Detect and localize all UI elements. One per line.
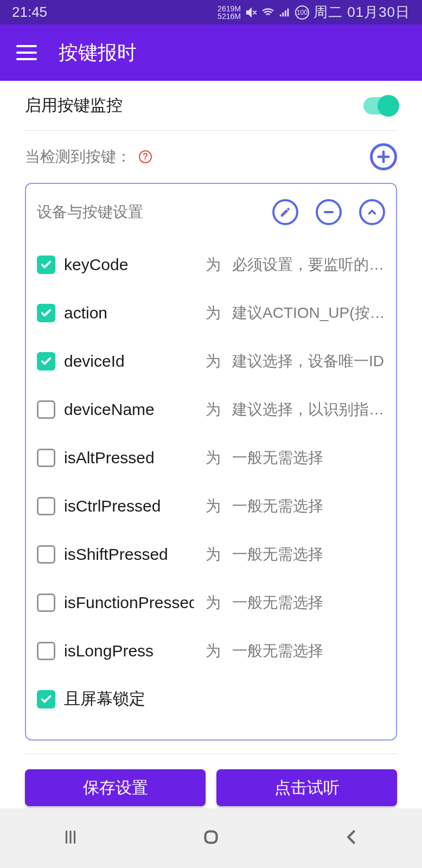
setting-name: deviceName bbox=[64, 400, 194, 419]
setting-desc: 一般无需选择 bbox=[232, 496, 385, 516]
svg-rect-2 bbox=[285, 10, 286, 16]
svg-rect-0 bbox=[280, 14, 282, 16]
svg-rect-1 bbox=[282, 12, 284, 16]
setting-row[interactable]: deviceName为建议选择，以识别指定... bbox=[37, 385, 385, 433]
checkbox[interactable] bbox=[37, 690, 55, 709]
battery-icon: 100 bbox=[295, 5, 309, 20]
recents-icon[interactable] bbox=[61, 827, 80, 849]
setting-name: deviceId bbox=[64, 352, 194, 371]
add-button[interactable] bbox=[370, 143, 397, 170]
status-time: 21:45 bbox=[12, 4, 47, 21]
setting-desc: 建议选择，设备唯一ID bbox=[232, 351, 385, 372]
setting-is: 为 bbox=[203, 544, 223, 565]
page-title: 按键报时 bbox=[59, 40, 137, 66]
setting-is: 为 bbox=[203, 351, 223, 372]
app-bar: 按键报时 bbox=[0, 24, 422, 81]
setting-is: 为 bbox=[203, 496, 223, 516]
setting-is: 为 bbox=[203, 592, 223, 613]
status-right: 2619M 5216M 100 周二 01月30日 bbox=[218, 3, 410, 22]
help-icon[interactable]: ? bbox=[139, 150, 152, 163]
remove-icon[interactable] bbox=[316, 199, 342, 225]
edit-icon[interactable] bbox=[272, 199, 298, 225]
card-title: 设备与按键设置 bbox=[37, 202, 143, 222]
setting-row[interactable]: isCtrlPressed为一般无需选择 bbox=[37, 482, 385, 530]
checkbox[interactable] bbox=[37, 352, 55, 371]
menu-icon[interactable] bbox=[16, 45, 37, 60]
setting-desc: 建议ACTION_UP(按键... bbox=[232, 303, 385, 323]
enable-row: 启用按键监控 bbox=[25, 81, 397, 131]
setting-row[interactable]: keyCode为必须设置，要监听的按键 bbox=[37, 240, 385, 289]
setting-name: isFunctionPressed bbox=[64, 593, 194, 612]
setting-row[interactable]: isLongPress为一般无需选择 bbox=[37, 627, 385, 675]
back-icon[interactable] bbox=[342, 827, 361, 849]
setting-is: 为 bbox=[203, 399, 223, 420]
setting-row[interactable]: 且屏幕锁定 bbox=[37, 675, 385, 723]
signal-icon bbox=[279, 7, 291, 18]
svg-rect-3 bbox=[287, 8, 289, 16]
setting-name: isShiftPressed bbox=[64, 545, 194, 564]
setting-desc: 一般无需选择 bbox=[232, 641, 385, 661]
enable-toggle[interactable] bbox=[363, 97, 397, 114]
setting-desc: 一般无需选择 bbox=[232, 544, 385, 565]
setting-row[interactable]: isFunctionPressed为一般无需选择 bbox=[37, 578, 385, 627]
setting-desc: 建议选择，以识别指定... bbox=[232, 399, 385, 420]
setting-name: keyCode bbox=[64, 256, 194, 274]
detect-row: 当检测到按键： ? bbox=[25, 131, 397, 183]
preview-button[interactable]: 点击试听 bbox=[216, 769, 397, 806]
home-icon[interactable] bbox=[201, 827, 221, 849]
collapse-icon[interactable] bbox=[359, 199, 385, 225]
enable-label: 启用按键监控 bbox=[25, 94, 123, 117]
setting-row[interactable]: isShiftPressed为一般无需选择 bbox=[37, 530, 385, 578]
checkbox[interactable] bbox=[37, 497, 55, 515]
checkbox[interactable] bbox=[37, 545, 55, 564]
checkbox[interactable] bbox=[37, 256, 55, 274]
setting-is: 为 bbox=[203, 448, 223, 468]
setting-row[interactable]: isAltPressed为一般无需选择 bbox=[37, 433, 385, 482]
wifi-icon bbox=[261, 6, 274, 19]
status-date: 周二 01月30日 bbox=[314, 3, 410, 22]
setting-name: isAltPressed bbox=[64, 449, 194, 467]
card-header: 设备与按键设置 bbox=[37, 195, 385, 240]
setting-name: isLongPress bbox=[64, 642, 194, 660]
setting-row[interactable]: deviceId为建议选择，设备唯一ID bbox=[37, 337, 385, 385]
navigation-bar bbox=[0, 808, 422, 868]
mute-icon bbox=[245, 7, 257, 18]
checkbox[interactable] bbox=[37, 642, 55, 660]
detect-label: 当检测到按键： ? bbox=[25, 146, 152, 167]
checkbox[interactable] bbox=[37, 304, 55, 322]
setting-is: 为 bbox=[203, 303, 223, 323]
setting-desc: 一般无需选择 bbox=[232, 448, 385, 468]
setting-name: 且屏幕锁定 bbox=[64, 688, 194, 710]
status-memory: 2619M 5216M bbox=[218, 5, 241, 20]
setting-name: action bbox=[64, 304, 194, 322]
device-key-card: 设备与按键设置 keyCode为必须设置，要监听的按键action为建议ACTI… bbox=[25, 183, 397, 741]
status-bar: 21:45 2619M 5216M 100 周二 01月30日 bbox=[0, 0, 422, 24]
setting-name: isCtrlPressed bbox=[64, 497, 194, 515]
save-button[interactable]: 保存设置 bbox=[25, 769, 206, 806]
setting-desc: 一般无需选择 bbox=[232, 592, 385, 613]
checkbox[interactable] bbox=[37, 449, 55, 467]
setting-is: 为 bbox=[203, 641, 223, 661]
checkbox[interactable] bbox=[37, 593, 55, 612]
setting-row[interactable]: action为建议ACTION_UP(按键... bbox=[37, 289, 385, 337]
setting-desc: 必须设置，要监听的按键 bbox=[232, 254, 385, 275]
setting-is: 为 bbox=[203, 254, 223, 275]
svg-rect-4 bbox=[205, 832, 216, 843]
checkbox[interactable] bbox=[37, 400, 55, 419]
